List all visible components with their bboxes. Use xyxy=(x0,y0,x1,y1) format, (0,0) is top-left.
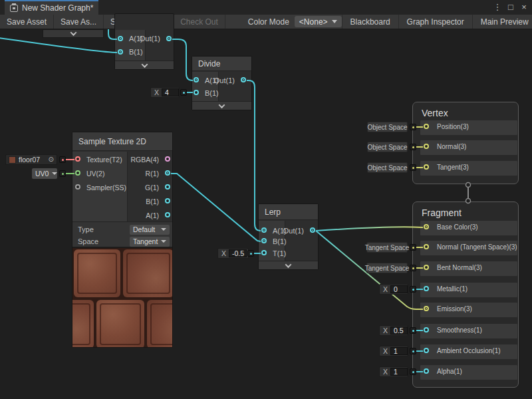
bent-normal-space-pill: Tangent Space xyxy=(366,263,408,273)
toolbar: Save Asset Save As... Show In Project Ch… xyxy=(0,15,532,29)
node-title: Lerp xyxy=(259,204,318,220)
fragment-row-alpha[interactable]: Alpha(1) xyxy=(420,365,517,380)
vertex-row-position[interactable]: Position(3) xyxy=(420,120,517,135)
port-out-output[interactable] xyxy=(241,77,246,82)
alpha-value-field[interactable]: X 1 xyxy=(379,366,408,377)
window-menu-icon[interactable]: ⋮ xyxy=(492,1,503,13)
color-mode-dropdown[interactable]: <None> xyxy=(295,16,342,27)
uv-channel-dropdown[interactable]: UV0 xyxy=(32,168,57,179)
port-tangent-input[interactable] xyxy=(424,164,429,170)
ao-value-field[interactable]: X 1 xyxy=(379,346,408,356)
port-emission-input[interactable] xyxy=(424,306,429,311)
edge-lerp-to-basecolor[interactable] xyxy=(316,227,423,231)
fragment-block[interactable]: Fragment Base Color(3) Normal (Tangent S… xyxy=(412,201,519,388)
node-title: Divide xyxy=(192,57,251,71)
lerp-t-value-field[interactable]: X -0.5 xyxy=(217,248,249,259)
ao-value[interactable]: 1 xyxy=(390,347,408,355)
fragment-row-ambient-occlusion[interactable]: Ambient Occlusion(1) xyxy=(420,344,517,359)
bent-normal-stub xyxy=(410,265,416,271)
port-uv-input[interactable] xyxy=(75,170,80,176)
fragment-row-normal-ts[interactable]: Normal (Tangent Space)(3) xyxy=(420,241,517,255)
port-b-input[interactable] xyxy=(194,90,199,95)
type-dropdown[interactable]: Default xyxy=(130,225,170,235)
port-bent-normal-input[interactable] xyxy=(424,265,429,270)
lerp-t-value[interactable]: -0.5 xyxy=(229,249,247,257)
save-as-button[interactable]: Save As... xyxy=(54,15,104,29)
port-a-input[interactable] xyxy=(261,227,267,233)
type-label: Type xyxy=(78,225,94,233)
edge-r-to-lerp-b[interactable] xyxy=(171,174,261,241)
port-g-output[interactable] xyxy=(165,184,170,190)
port-r-output[interactable] xyxy=(165,170,170,176)
graph-canvas[interactable]: A(1) B(1) Out(1) Divide A(1) B(1) Out(1)… xyxy=(0,29,532,399)
close-icon[interactable]: × xyxy=(519,1,529,13)
fragment-row-metallic[interactable]: Metallic(1) xyxy=(420,283,517,297)
collapse-chevron[interactable] xyxy=(259,261,318,269)
port-sampler-input[interactable] xyxy=(75,184,80,190)
port-ao-input[interactable] xyxy=(424,348,429,353)
port-b-input[interactable] xyxy=(118,49,123,55)
edge-into-b[interactable] xyxy=(0,38,117,53)
metallic-value[interactable]: 0 xyxy=(390,285,408,293)
metallic-value-field[interactable]: X 0 xyxy=(379,284,408,295)
port-alpha-input[interactable] xyxy=(424,368,429,374)
vertex-row-normal[interactable]: Normal(3) xyxy=(420,140,517,155)
object-picker-icon[interactable]: ⊙ xyxy=(49,156,54,163)
node-divide[interactable]: Divide A(1) B(1) Out(1) xyxy=(192,56,252,110)
port-rgba-output[interactable] xyxy=(165,156,170,162)
port-metallic-input[interactable] xyxy=(424,286,429,291)
blackboard-button[interactable]: Blackboard xyxy=(342,15,398,29)
collapse-chevron-icon xyxy=(219,102,225,108)
vertex-block[interactable]: Vertex Position(3) Normal(3) Tangent(3) xyxy=(412,102,519,184)
collapse-chevron[interactable] xyxy=(192,101,251,110)
port-normal-input[interactable] xyxy=(424,144,429,149)
collapse-chevron-icon xyxy=(141,61,148,68)
shader-graph-window: New Shader Graph* ⋮ □ × Save Asset Save … xyxy=(0,0,532,399)
smoothness-value[interactable]: 0.5 xyxy=(390,327,408,334)
fragment-row-emission[interactable]: Emission(3) xyxy=(420,303,517,317)
port-a-output[interactable] xyxy=(165,212,170,217)
port-out-label: Out(1) xyxy=(140,35,160,43)
port-base-color-input[interactable] xyxy=(424,224,429,229)
smoothness-value-field[interactable]: X 0.5 xyxy=(379,325,408,336)
port-out-output[interactable] xyxy=(310,227,315,233)
space-dropdown[interactable]: Tangent xyxy=(130,237,170,247)
main-preview-button[interactable]: Main Preview xyxy=(472,15,532,29)
chevron-down-icon xyxy=(52,172,57,175)
collapsed-node-bar[interactable] xyxy=(43,29,104,38)
texture-object-field[interactable]: floor07 ⊙ xyxy=(5,154,57,165)
tab-new-shader-graph[interactable]: New Shader Graph* xyxy=(5,0,98,15)
position-stub xyxy=(410,124,416,130)
edge-top-to-divide[interactable] xyxy=(172,39,193,80)
port-a-input[interactable] xyxy=(194,77,199,82)
port-texture-input[interactable] xyxy=(75,156,80,162)
vertex-row-tangent[interactable]: Tangent(3) xyxy=(420,161,517,176)
port-a-input[interactable] xyxy=(118,36,123,41)
node-sample-texture-2d[interactable]: Sample Texture 2D Texture(T2) UV(2) Samp… xyxy=(72,132,173,348)
smoothness-stub xyxy=(410,327,416,334)
maximize-icon[interactable]: □ xyxy=(505,1,516,13)
port-position-input[interactable] xyxy=(424,124,429,129)
port-b-output[interactable] xyxy=(165,198,170,203)
chevron-down-icon xyxy=(161,240,166,243)
fragment-row-bent-normal[interactable]: Bent Normal(3) xyxy=(420,261,517,276)
port-out-output[interactable] xyxy=(166,36,172,41)
fragment-row-smoothness[interactable]: Smoothness(1) xyxy=(420,324,517,338)
port-smoothness-input[interactable] xyxy=(424,327,429,332)
graph-inspector-button[interactable]: Graph Inspector xyxy=(398,15,472,29)
fragment-row-base-color[interactable]: Base Color(3) xyxy=(420,221,517,235)
position-space-pill: Object Space xyxy=(367,122,408,132)
save-asset-button[interactable]: Save Asset xyxy=(0,15,54,29)
port-normal-ts-input[interactable] xyxy=(424,244,429,249)
node-lerp[interactable]: Lerp A(1) B(1) T(1) Out(1) xyxy=(258,203,319,270)
port-t-input[interactable] xyxy=(261,250,267,255)
node-top-partial[interactable]: A(1) B(1) Out(1) xyxy=(114,13,174,70)
chevron-down-icon xyxy=(161,228,166,231)
ao-stub xyxy=(410,348,416,354)
collapse-chevron[interactable] xyxy=(115,61,174,69)
port-b-input[interactable] xyxy=(261,238,267,243)
divide-b-value[interactable]: 4 xyxy=(162,88,179,96)
divide-b-value-field[interactable]: X 4 xyxy=(150,87,180,98)
port-g-label: G(1) xyxy=(145,184,159,192)
alpha-value[interactable]: 1 xyxy=(390,368,408,376)
